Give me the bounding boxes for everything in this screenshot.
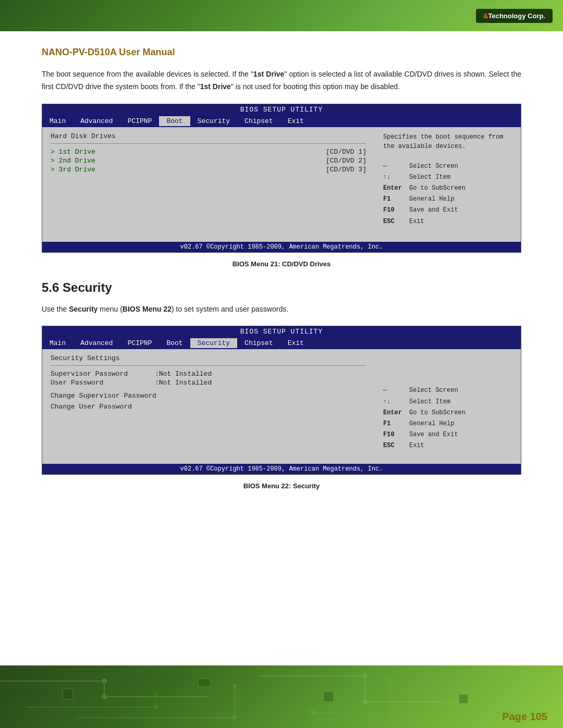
- bios-nav-key-arrows-22: ↔: [383, 386, 409, 396]
- bold-1st-drive: 1st Drive: [253, 70, 284, 78]
- bios-nav-key-f10-21: F10: [383, 205, 409, 215]
- bios-divider-22: [51, 365, 366, 366]
- svg-point-21: [388, 678, 394, 684]
- bios-supervisor-password-row: Supervisor Password :Not Installed: [51, 370, 366, 378]
- bios-right-panel-22: ↔ Select Screen ↑↓ Select Item Enter Go …: [375, 354, 521, 459]
- bios-menu-chipset-21[interactable]: Chipset: [237, 116, 280, 126]
- bios-3rd-drive-value: [CD/DVD 3]: [326, 166, 366, 174]
- bios-menu-main-22[interactable]: Main: [42, 338, 73, 348]
- bios-nav-enter-21: Enter Go to SubScreen: [383, 183, 512, 193]
- bios-supervisor-label: Supervisor Password: [51, 370, 155, 378]
- header-bar: & Technology Corp.: [0, 0, 563, 31]
- bios-drive-row-3: > 3rd Drive [CD/DVD 3]: [51, 166, 366, 174]
- bios-2nd-drive-label: > 2nd Drive: [51, 157, 95, 165]
- bios-change-user[interactable]: Change User Password: [51, 403, 366, 411]
- bios-menu-exit-22[interactable]: Exit: [280, 338, 311, 348]
- bios-1st-drive-label: > 1st Drive: [51, 148, 95, 156]
- svg-rect-23: [198, 678, 211, 687]
- bios-menu-security-21[interactable]: Security: [190, 116, 237, 126]
- bios-nav-desc-item-22: Select Item: [409, 397, 450, 407]
- bios-help-text-21: Specifies the boot sequence from the ava…: [383, 132, 512, 151]
- bios-menu-main-21[interactable]: Main: [42, 116, 73, 126]
- logo-text: Technology Corp.: [488, 12, 545, 20]
- manual-title: NANO-PV-D510A User Manual: [42, 47, 521, 58]
- bios-nav-esc-21: ESC Exit: [383, 217, 512, 227]
- bios-nav-key-updown-21: ↑↓: [383, 172, 409, 182]
- bios-user-value: :Not Installed: [155, 379, 212, 387]
- bios-nav-key-updown-22: ↑↓: [383, 397, 409, 407]
- bios-supervisor-value: :Not Installed: [155, 370, 212, 378]
- bios-left-panel-22: Security Settings Supervisor Password :N…: [42, 354, 375, 459]
- bios-nav-key-esc-21: ESC: [383, 217, 409, 227]
- bios-nav-desc-f10-21: Save and Exit: [409, 205, 458, 215]
- bios-menu-22-box: BIOS SETUP UTILITY Main Advanced PCIPNP …: [42, 326, 521, 475]
- bios-drive-row-2: > 2nd Drive [CD/DVD 2]: [51, 157, 366, 165]
- bios-body-22: Security Settings Supervisor Password :N…: [42, 349, 521, 464]
- bios-user-password-row: User Password :Not Installed: [51, 379, 366, 387]
- bios-title-bar-22: BIOS SETUP UTILITY: [42, 326, 521, 337]
- bios-right-panel-21: Specifies the boot sequence from the ava…: [375, 132, 521, 237]
- bios-menu-pcipnp-21[interactable]: PCIPNP: [120, 116, 160, 126]
- bios-nav-desc-screen-21: Select Screen: [409, 162, 458, 171]
- bios-nav-help-22: ↔ Select Screen ↑↓ Select Item Enter Go …: [383, 386, 512, 451]
- svg-rect-25: [459, 694, 468, 704]
- bios-nav-f1-22: F1 General Help: [383, 419, 512, 429]
- bios-change-supervisor[interactable]: Change Supervisor Password: [51, 392, 366, 400]
- bios-menu-boot-21[interactable]: Boot: [159, 116, 190, 126]
- svg-point-3: [102, 678, 107, 684]
- bios-nav-item-22: ↑↓ Select Item: [383, 397, 512, 407]
- bios-nav-screen-22: ↔ Select Screen: [383, 386, 512, 396]
- bios-2nd-drive-value: [CD/DVD 2]: [326, 157, 366, 165]
- bios-nav-enter-22: Enter Go to SubScreen: [383, 408, 512, 418]
- bios-menu-21-box: BIOS SETUP UTILITY Main Advanced PCIPNP …: [42, 104, 521, 253]
- svg-point-7: [154, 705, 158, 709]
- bios-menu-chipset-22[interactable]: Chipset: [237, 338, 280, 348]
- bios-section-title-21: Hard Disk Drives: [51, 132, 366, 140]
- bios-nav-desc-f1-22: General Help: [409, 419, 454, 429]
- bios-menu-advanced-21[interactable]: Advanced: [73, 116, 120, 126]
- bios-menu-pcipnp-22[interactable]: PCIPNP: [120, 338, 160, 348]
- bios-nav-esc-22: ESC Exit: [383, 441, 512, 451]
- bios-actions: Change Supervisor Password Change User P…: [51, 392, 366, 411]
- bios-nav-key-f1-22: F1: [383, 419, 409, 429]
- bios-menu-exit-21[interactable]: Exit: [280, 116, 311, 126]
- company-logo: & Technology Corp.: [476, 9, 553, 23]
- bold-1st-drive-2: 1st Drive: [200, 82, 231, 91]
- bios-divider-21: [51, 143, 366, 144]
- bios-section-title-22: Security Settings: [51, 354, 366, 362]
- bios-footer-21: v02.67 ©Copyright 1985-2009, American Me…: [42, 242, 521, 252]
- bios-menu-advanced-22[interactable]: Advanced: [73, 338, 120, 348]
- bios-user-label: User Password: [51, 379, 155, 387]
- section-56-desc: Use the Security menu (BIOS Menu 22) to …: [42, 303, 521, 316]
- bios-footer-22: v02.67 ©Copyright 1985-2009, American Me…: [42, 464, 521, 474]
- bold-bios-menu-22: BIOS Menu 22: [123, 305, 172, 313]
- svg-point-4: [102, 694, 107, 699]
- svg-point-18: [310, 710, 315, 715]
- caption-22: BIOS Menu 22: Security: [42, 482, 521, 490]
- bios-nav-key-esc-22: ESC: [383, 441, 409, 451]
- main-content: NANO-PV-D510A User Manual The boot seque…: [0, 31, 563, 513]
- bios-menu-boot-22[interactable]: Boot: [159, 338, 190, 348]
- bios-left-panel-21: Hard Disk Drives > 1st Drive [CD/DVD 1] …: [42, 132, 375, 237]
- bios-nav-key-f10-22: F10: [383, 430, 409, 440]
- bios-nav-key-arrows-21: ↔: [383, 162, 409, 171]
- svg-point-15: [232, 715, 237, 720]
- bios-nav-help-21: ↔ Select Screen ↑↓ Select Item Enter Go …: [383, 162, 512, 227]
- bios-nav-key-enter-22: Enter: [383, 408, 409, 418]
- circuit-svg: [0, 665, 563, 728]
- bios-nav-desc-screen-22: Select Screen: [409, 386, 458, 396]
- svg-point-11: [362, 673, 368, 678]
- bios-drive-row-1: > 1st Drive [CD/DVD 1]: [51, 148, 366, 156]
- bottom-decoration: Page 105: [0, 665, 563, 728]
- svg-rect-24: [323, 692, 334, 702]
- bios-nav-item-21: ↑↓ Select Item: [383, 172, 512, 182]
- bios-menu-security-22[interactable]: Security: [190, 338, 237, 348]
- bios-title-bar-21: BIOS SETUP UTILITY: [42, 104, 521, 115]
- bios-body-21: Hard Disk Drives > 1st Drive [CD/DVD 1] …: [42, 127, 521, 242]
- bios-nav-desc-esc-22: Exit: [409, 441, 424, 451]
- svg-point-16: [232, 684, 237, 688]
- bios-nav-desc-f10-22: Save and Exit: [409, 430, 458, 440]
- bios-nav-f10-22: F10 Save and Exit: [383, 430, 512, 440]
- bios-nav-key-enter-21: Enter: [383, 183, 409, 193]
- bios-nav-screen-21: ↔ Select Screen: [383, 162, 512, 171]
